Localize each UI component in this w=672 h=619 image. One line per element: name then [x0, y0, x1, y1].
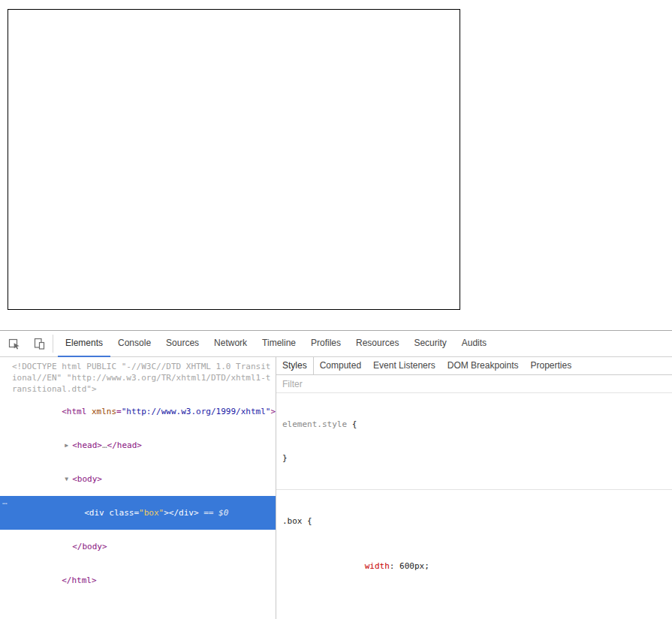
devtools-toolbar: Elements Console Sources Network Timelin…: [0, 331, 672, 357]
rendered-box-element: [8, 9, 460, 310]
tab-styles[interactable]: Styles: [276, 357, 314, 374]
toolbar-separator: [53, 335, 53, 353]
tab-computed[interactable]: Computed: [314, 357, 367, 374]
tab-resources[interactable]: Resources: [348, 331, 406, 357]
styles-filter-input[interactable]: [276, 375, 672, 392]
tab-audits[interactable]: Audits: [454, 331, 494, 357]
styles-subtabs: Styles Computed Event Listeners DOM Brea…: [276, 357, 672, 375]
tab-network[interactable]: Network: [206, 331, 255, 357]
tab-profiles[interactable]: Profiles: [303, 331, 348, 357]
tab-event-listeners[interactable]: Event Listeners: [367, 357, 441, 374]
toggle-device-mode-icon[interactable]: [29, 331, 50, 356]
tab-properties[interactable]: Properties: [524, 357, 577, 374]
chevron-right-icon[interactable]: ▶: [65, 440, 72, 451]
css-property-height[interactable]: height: 400px;: [282, 605, 666, 619]
chevron-down-icon[interactable]: ▼: [65, 473, 72, 485]
html-close-node[interactable]: </html>: [0, 563, 276, 597]
more-actions-icon[interactable]: …: [2, 496, 7, 507]
rendered-page: [0, 0, 672, 330]
css-property-width[interactable]: width: 600px;: [282, 549, 666, 583]
browser-window: Elements Console Sources Network Timelin…: [0, 0, 672, 619]
doctype-node[interactable]: <!DOCTYPE html PUBLIC "-//W3C//DTD XHTML…: [0, 361, 276, 395]
head-node[interactable]: ▶<head>…</head>: [0, 428, 276, 462]
dom-tree-panel: <!DOCTYPE html PUBLIC "-//W3C//DTD XHTML…: [0, 357, 276, 619]
body-open-node[interactable]: ▼<body>: [0, 462, 276, 496]
html-open-node[interactable]: <html xmlns="http://www.w3.org/1999/xhtm…: [0, 395, 276, 428]
tab-console[interactable]: Console: [110, 331, 158, 357]
closing-brace: }: [282, 452, 666, 464]
styles-filter-row: [276, 375, 672, 393]
tab-timeline[interactable]: Timeline: [255, 331, 303, 357]
tab-elements[interactable]: Elements: [58, 331, 110, 357]
rule-element-style: element.style { }: [276, 393, 672, 490]
box-rule-selector[interactable]: .box {: [282, 515, 666, 527]
tab-sources[interactable]: Sources: [158, 331, 206, 357]
selected-div-node[interactable]: …<div class="box"></div> == $0: [0, 496, 276, 530]
body-close-node[interactable]: </body>: [0, 530, 276, 563]
element-style-selector[interactable]: element.style {: [282, 419, 666, 430]
rule-box: .box { width: 600px; height: 400px; bord…: [276, 490, 672, 619]
tab-security[interactable]: Security: [406, 331, 454, 357]
css-rules: element.style { } .box { width: 600px; h…: [276, 393, 672, 619]
styles-sidebar: Styles Computed Event Listeners DOM Brea…: [276, 357, 672, 619]
devtools-panel: Elements Console Sources Network Timelin…: [0, 330, 672, 619]
inspect-element-icon[interactable]: [4, 331, 25, 356]
tab-dom-breakpoints[interactable]: DOM Breakpoints: [441, 357, 525, 374]
